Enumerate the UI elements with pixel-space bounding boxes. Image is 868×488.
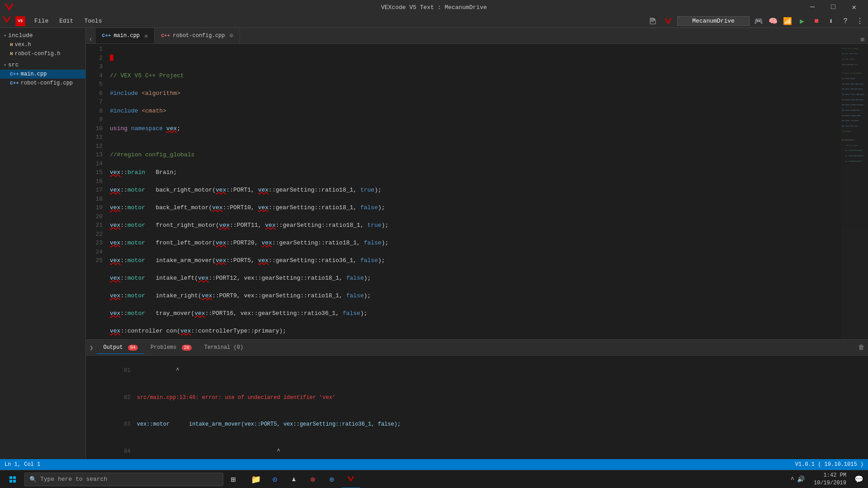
folder-src-label: src [8, 61, 19, 68]
title-bar-controls: ─ □ ✕ [802, 0, 864, 14]
start-button[interactable] [2, 470, 24, 488]
panel-collapse-icon[interactable]: ❯ [90, 344, 93, 352]
sidebar-file-robot-config-h[interactable]: H robot-config.h [0, 49, 85, 58]
file-main-cpp-label: main.cpp [21, 71, 47, 77]
close-button[interactable]: ✕ [844, 0, 864, 14]
h-icon: H [10, 42, 13, 47]
output-line-83: 83 vex::motor intake_arm_mover(vex::PORT… [86, 411, 868, 438]
tabs-layout-icon[interactable]: ⊞ [861, 36, 868, 43]
main-area: ▾ include H vex.h H robot-config.h ▾ src… [0, 28, 868, 459]
file-vex-h-label: vex.h [15, 42, 31, 48]
clock-time: 1:42 PM [814, 472, 846, 479]
clock-date: 10/19/2019 [814, 479, 846, 487]
tabs-nav-back[interactable]: ‹ [86, 35, 96, 43]
output-line-82: 82 src/main.cpp:13:46: error: use of und… [86, 385, 868, 412]
help-icon[interactable]: ? [839, 15, 852, 28]
task-view-button[interactable]: ⊞ [224, 470, 242, 488]
panel-tab-problems[interactable]: Problems 20 [144, 342, 198, 353]
run-icon[interactable]: ▶ [796, 15, 808, 28]
panel-content: 81 ^ 82 src/main.cpp:13:46: error: use o… [86, 356, 868, 459]
tab-cpp-icon: C++ [161, 33, 170, 38]
file-explorer-taskbar[interactable]: 📁 [247, 470, 265, 488]
system-tray: ^ 🔊 [787, 475, 808, 483]
svg-marker-8 [665, 18, 672, 24]
problems-tab-label: Problems [151, 344, 177, 351]
project-name: MecanumDrive [677, 16, 750, 26]
line-numbers: 12345 678910 1112131415 1617181920 21222… [86, 44, 106, 339]
tab-robot-config-cpp[interactable]: C++ robot-config.cpp ⊙ [155, 28, 240, 43]
svg-rect-10 [13, 476, 16, 479]
file-robot-config-cpp-label: robot-config.cpp [21, 80, 73, 86]
taskbar-clock[interactable]: 1:42 PM 10/19/2019 [810, 472, 850, 487]
sidebar-file-robot-config-cpp[interactable]: C++ robot-config.cpp [0, 79, 85, 88]
svg-marker-1 [3, 17, 11, 23]
status-version: V1.0.1 ( 19.10.1015 ) [795, 461, 863, 468]
tab-cpp-icon: C++ [102, 33, 111, 38]
editor-tabs-area: C++ main.cpp ✕ C++ robot-config.cpp ⊙ [96, 28, 240, 43]
panel-clear-icon[interactable]: 🗑 [858, 344, 864, 351]
app4-taskbar[interactable]: ⊗ [304, 470, 322, 488]
controller-icon[interactable]: 🎮 [752, 15, 765, 28]
download-icon[interactable]: ⬇ [825, 15, 837, 28]
svg-marker-0 [5, 4, 14, 11]
taskbar-right: ^ 🔊 1:42 PM 10/19/2019 💬 [787, 472, 866, 487]
menu-bar: V5 File Edit Tools MecanumDrive 🎮 🧠 📶 ▶ … [0, 14, 868, 28]
file-robot-config-h-label: robot-config.h [15, 51, 61, 57]
file-icon[interactable] [646, 15, 659, 28]
menu-tools[interactable]: Tools [80, 17, 106, 25]
wireless-icon[interactable]: 📶 [781, 15, 794, 28]
code-editor: 12345 678910 1112131415 1617181920 21222… [86, 44, 868, 339]
title-bar-title: VEXcode V5 Text : MecanumDrive [381, 4, 487, 11]
vex-logo-toolbar[interactable] [662, 15, 675, 28]
more-icon[interactable]: ⋮ [854, 15, 866, 28]
svg-rect-12 [13, 480, 16, 483]
panel-tab-terminal[interactable]: Terminal (0) [198, 342, 250, 353]
maximize-button[interactable]: □ [823, 0, 844, 14]
chevron-icon: ▾ [4, 62, 6, 68]
svg-marker-13 [348, 476, 354, 482]
cpp-icon: C++ [10, 71, 19, 77]
code-content[interactable]: █ // VEX V5 C++ Project #include <algori… [106, 44, 841, 339]
app5-taskbar[interactable]: ⊕ [323, 470, 341, 488]
svg-rect-11 [9, 480, 12, 483]
brain-icon[interactable]: 🧠 [767, 15, 779, 28]
editor-area: ‹ C++ main.cpp ✕ C++ robot-config.cpp ⊙ … [86, 28, 868, 459]
folder-include-label: include [8, 32, 33, 39]
svg-rect-5 [651, 21, 654, 22]
search-placeholder: Type here to search [40, 476, 107, 483]
terminal-tab-label: Terminal (0) [204, 344, 243, 351]
vex-taskbar-active[interactable] [342, 470, 360, 488]
status-bar: Ln 1, Col 1 V1.0.1 ( 19.10.1015 ) [0, 459, 868, 470]
taskbar-search-box[interactable]: 🔍 Type here to search [24, 473, 223, 486]
minimize-button[interactable]: ─ [802, 0, 823, 14]
chrome-taskbar[interactable]: ⊙ [266, 470, 284, 488]
stop-icon[interactable]: ■ [810, 15, 823, 28]
panel-tab-output[interactable]: Output 94 [97, 342, 144, 354]
menu-file[interactable]: File [30, 17, 53, 25]
tray-up-icon[interactable]: ^ [791, 476, 794, 483]
tab-robot-close[interactable]: ⊙ [230, 32, 233, 39]
minimap: // VEX V5 C++ Project #include <algorith… [841, 44, 868, 339]
sidebar-src-section: ▾ src C++ main.cpp C++ robot-config.cpp [0, 59, 85, 89]
tab-main-cpp[interactable]: C++ main.cpp ✕ [96, 28, 155, 43]
sidebar-file-vex-h[interactable]: H vex.h [0, 40, 85, 49]
taskbar-pinned-apps: 📁 ⊙ ♟ ⊗ ⊕ [247, 470, 360, 488]
sidebar-file-main-cpp[interactable]: C++ main.cpp [0, 70, 85, 79]
tab-robot-config-label: robot-config.cpp [173, 33, 225, 39]
sidebar-folder-include[interactable]: ▾ include [0, 31, 85, 40]
vex-logo-menu [2, 15, 12, 27]
taskbar: 🔍 Type here to search ⊞ 📁 ⊙ ♟ ⊗ ⊕ ^ 🔊 1:… [0, 470, 868, 488]
output-line-84: 84 ^ [86, 438, 868, 459]
bottom-panel: ❯ Output 94 Problems 20 Terminal (0) 🗑 8… [86, 339, 868, 459]
sidebar-include-section: ▾ include H vex.h H robot-config.h [0, 30, 85, 59]
output-badge: 94 [128, 345, 138, 351]
tab-main-close[interactable]: ✕ [144, 32, 148, 40]
sidebar-folder-src[interactable]: ▾ src [0, 60, 85, 70]
steam-taskbar[interactable]: ♟ [285, 470, 303, 488]
sound-icon[interactable]: 🔊 [797, 475, 805, 483]
menu-edit[interactable]: Edit [55, 17, 78, 25]
tabs-bar: ‹ C++ main.cpp ✕ C++ robot-config.cpp ⊙ … [86, 28, 868, 44]
svg-rect-4 [651, 20, 655, 21]
toolbar-center: MecanumDrive 🎮 🧠 📶 ▶ ■ ⬇ ? ⋮ [646, 15, 866, 28]
notification-icon[interactable]: 💬 [852, 472, 866, 487]
